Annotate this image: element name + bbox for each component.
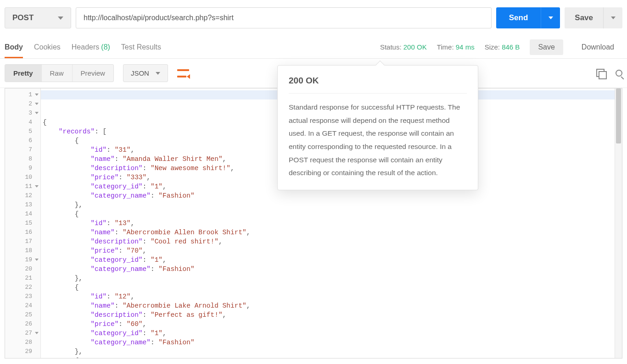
wrap-lines-icon[interactable] xyxy=(177,68,189,78)
url-input[interactable]: http://localhost/api/product/search.php?… xyxy=(76,7,492,28)
format-preview[interactable]: Preview xyxy=(73,65,113,82)
line-number[interactable]: 20 xyxy=(5,265,40,274)
search-icon[interactable] xyxy=(616,70,622,77)
line-number[interactable]: 3 xyxy=(5,109,40,118)
line-number[interactable]: 12 xyxy=(5,191,40,200)
send-dropdown[interactable] xyxy=(541,7,560,28)
tooltip-title: 200 OK xyxy=(289,76,467,86)
line-number[interactable]: 24 xyxy=(5,301,40,310)
line-number[interactable]: 27 xyxy=(5,329,40,338)
line-number[interactable]: 13 xyxy=(5,200,40,210)
status-tooltip: 200 OK Standard response for successful … xyxy=(277,65,478,190)
status-label: Status: xyxy=(380,43,402,51)
format-pretty[interactable]: Pretty xyxy=(5,65,42,82)
line-number[interactable]: 5 xyxy=(5,127,40,136)
status-value: 200 OK xyxy=(403,43,427,51)
code-line: "category_id": "1", xyxy=(41,329,615,338)
tab-headers-label: Headers xyxy=(72,43,99,51)
line-number[interactable]: 11 xyxy=(5,182,40,191)
chevron-down-icon xyxy=(156,72,160,75)
code-line: "price": "70", xyxy=(41,246,615,255)
method-select[interactable]: POST xyxy=(5,7,71,28)
code-line: "category_name": "Fashion" xyxy=(41,191,615,200)
save-response-button[interactable]: Save xyxy=(530,39,563,55)
line-number[interactable]: 28 xyxy=(5,338,40,347)
line-number[interactable]: 21 xyxy=(5,274,40,283)
format-tabs: Pretty Raw Preview xyxy=(5,64,114,82)
line-number[interactable]: 25 xyxy=(5,310,40,320)
url-text: http://localhost/api/product/search.php?… xyxy=(84,14,234,22)
line-number[interactable]: 18 xyxy=(5,246,40,255)
copy-icon[interactable] xyxy=(596,69,605,78)
save-top-button[interactable]: Save xyxy=(565,7,603,28)
code-line: }, xyxy=(41,200,615,210)
line-number[interactable]: 19 xyxy=(5,255,40,265)
code-line: "name": "Abercrombie Lake Arnold Shirt", xyxy=(41,301,615,310)
send-button[interactable]: Send xyxy=(496,7,541,28)
line-number[interactable]: 6 xyxy=(5,136,40,145)
time-group: Time: 94 ms xyxy=(437,43,475,51)
size-value: 846 B xyxy=(502,43,520,51)
code-line: { xyxy=(41,210,615,219)
code-line: "description": "Cool red shirt!", xyxy=(41,237,615,246)
line-number[interactable]: 7 xyxy=(5,145,40,154)
line-number[interactable]: 22 xyxy=(5,283,40,292)
tooltip-body: Standard response for successful HTTP re… xyxy=(289,101,467,180)
scrollbar-thumb[interactable] xyxy=(616,88,621,143)
code-line: "description": "Perfect as gift!", xyxy=(41,310,615,320)
line-number[interactable]: 17 xyxy=(5,237,40,246)
code-line: "id": "13", xyxy=(41,219,615,228)
code-line: { xyxy=(41,283,615,292)
line-number[interactable]: 8 xyxy=(5,154,40,164)
chevron-down-icon xyxy=(58,17,63,20)
tooltip-divider xyxy=(289,93,467,94)
line-number[interactable]: 9 xyxy=(5,164,40,173)
tab-cookies[interactable]: Cookies xyxy=(34,36,61,58)
code-line: }, xyxy=(41,274,615,283)
save-button-group: Save xyxy=(565,7,622,28)
line-number[interactable]: 26 xyxy=(5,320,40,329)
tab-body[interactable]: Body xyxy=(5,36,23,58)
time-label: Time: xyxy=(437,43,454,51)
method-label: POST xyxy=(12,13,34,22)
chevron-down-icon xyxy=(549,17,553,19)
line-number[interactable]: 29 xyxy=(5,347,40,356)
body-type-label: JSON xyxy=(131,69,149,77)
code-line: "category_name": "Fashion" xyxy=(41,265,615,274)
size-group: Size: 846 B xyxy=(485,43,520,51)
code-line: "category_name": "Fashion" xyxy=(41,338,615,347)
time-value: 94 ms xyxy=(456,43,475,51)
code-line: "category_id": "1", xyxy=(41,255,615,265)
line-number[interactable]: 4 xyxy=(5,118,40,127)
line-number[interactable]: 16 xyxy=(5,228,40,237)
line-number[interactable]: 15 xyxy=(5,219,40,228)
tab-test-results[interactable]: Test Results xyxy=(121,36,161,58)
status-group[interactable]: Status: 200 OK xyxy=(380,43,427,51)
line-number[interactable]: 1 xyxy=(5,90,40,99)
code-line: "name": "Abercrombie Allen Brook Shirt", xyxy=(41,228,615,237)
save-dropdown[interactable] xyxy=(603,7,622,28)
code-line: "id": "12", xyxy=(41,292,615,301)
headers-count: (8) xyxy=(101,43,110,51)
line-number[interactable]: 10 xyxy=(5,173,40,182)
line-number[interactable]: 14 xyxy=(5,210,40,219)
size-label: Size: xyxy=(485,43,500,51)
line-number[interactable]: 23 xyxy=(5,292,40,301)
send-button-group: Send xyxy=(496,7,560,28)
format-raw[interactable]: Raw xyxy=(42,65,73,82)
code-line: "price": "60", xyxy=(41,320,615,329)
code-line: { xyxy=(41,356,615,358)
body-type-select[interactable]: JSON xyxy=(123,64,168,82)
line-number-gutter[interactable]: 1234567891011121314151617181920212223242… xyxy=(5,88,41,358)
download-button[interactable]: Download xyxy=(573,39,622,55)
tab-headers[interactable]: Headers (8) xyxy=(72,36,110,58)
vertical-scrollbar[interactable] xyxy=(615,88,622,358)
code-line: }, xyxy=(41,347,615,356)
line-number[interactable]: 2 xyxy=(5,99,40,109)
chevron-down-icon xyxy=(611,17,616,19)
